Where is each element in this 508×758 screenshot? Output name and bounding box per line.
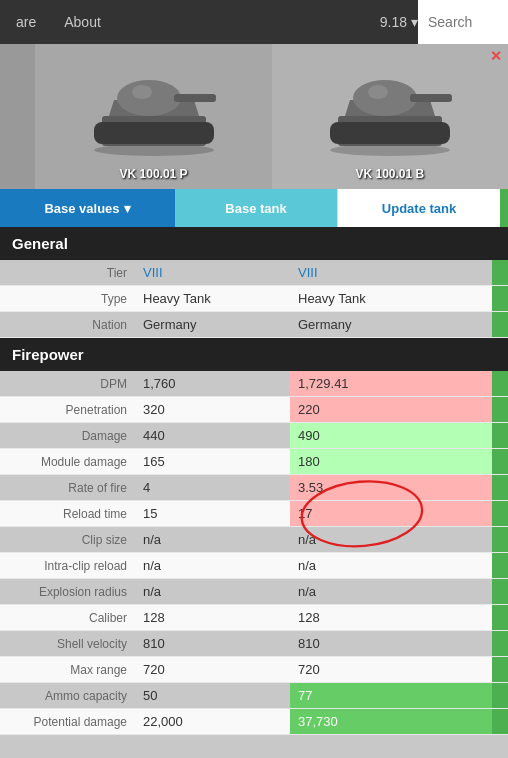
navbar: are About 9.18 ▾ bbox=[0, 0, 508, 44]
table-row: Nation Germany Germany bbox=[0, 312, 508, 338]
row-label: Tier bbox=[0, 260, 135, 286]
table-row: Caliber 128 128 bbox=[0, 605, 508, 631]
row-update-val: 128 bbox=[290, 605, 492, 631]
row-green-accent bbox=[492, 397, 508, 423]
row-base-val: 165 bbox=[135, 449, 290, 475]
tank-slot-left: VK 100.01 P bbox=[35, 44, 271, 189]
row-base-val: 720 bbox=[135, 657, 290, 683]
row-green-accent bbox=[492, 709, 508, 735]
stats-area: General Tier VIII VIII Type Heavy Tank H… bbox=[0, 227, 508, 735]
row-green-accent bbox=[492, 527, 508, 553]
row-base-val: n/a bbox=[135, 579, 290, 605]
row-base-val: 50 bbox=[135, 683, 290, 709]
row-update-val: 1,729.41 bbox=[290, 371, 492, 397]
table-row: Rate of fire 4 3.53 bbox=[0, 475, 508, 501]
table-row: Shell velocity 810 810 bbox=[0, 631, 508, 657]
row-update-val: n/a bbox=[290, 527, 492, 553]
tab-base-tank[interactable]: Base tank bbox=[175, 189, 337, 227]
tank-slot-right: ✕ VK 100.01 B bbox=[272, 44, 508, 189]
row-base-val: 320 bbox=[135, 397, 290, 423]
row-base-val: 22,000 bbox=[135, 709, 290, 735]
row-label: Intra-clip reload bbox=[0, 553, 135, 579]
row-base-val: 15 bbox=[135, 501, 290, 527]
row-update-val: Germany bbox=[290, 312, 492, 338]
nav-item-are[interactable]: are bbox=[10, 10, 42, 34]
nav-item-about[interactable]: About bbox=[58, 10, 107, 34]
row-update-val: 37,730 bbox=[290, 709, 492, 735]
row-label: Max range bbox=[0, 657, 135, 683]
row-green-accent bbox=[492, 312, 508, 338]
row-update-val: 77 bbox=[290, 683, 492, 709]
svg-rect-5 bbox=[174, 94, 216, 102]
row-green-accent bbox=[492, 683, 508, 709]
table-row: Ammo capacity 50 77 bbox=[0, 683, 508, 709]
table-row: Intra-clip reload n/a n/a bbox=[0, 553, 508, 579]
row-label: Ammo capacity bbox=[0, 683, 135, 709]
row-update-val: VIII bbox=[290, 260, 492, 286]
tank-name-right: VK 100.01 B bbox=[356, 167, 425, 181]
row-label: Nation bbox=[0, 312, 135, 338]
tabs-row: Base values ▾ Base tank Update tank bbox=[0, 189, 508, 227]
close-button-right[interactable]: ✕ bbox=[490, 48, 502, 64]
nav-version[interactable]: 9.18 ▾ bbox=[380, 14, 418, 30]
svg-rect-12 bbox=[410, 94, 452, 102]
tank-image-left bbox=[84, 68, 224, 163]
row-label: DPM bbox=[0, 371, 135, 397]
row-base-val: n/a bbox=[135, 527, 290, 553]
search-input[interactable] bbox=[418, 0, 508, 44]
row-label: Caliber bbox=[0, 605, 135, 631]
row-green-accent bbox=[492, 631, 508, 657]
row-label: Clip size bbox=[0, 527, 135, 553]
table-row: Module damage 165 180 bbox=[0, 449, 508, 475]
tank-comparison-area: VK 100.01 P ✕ VK 100.01 B bbox=[0, 44, 508, 189]
firepower-table: DPM 1,760 1,729.41 Penetration 320 220 D… bbox=[0, 371, 508, 735]
row-base-val: Heavy Tank bbox=[135, 286, 290, 312]
tab-base-values-chevron: ▾ bbox=[124, 201, 131, 216]
row-label: Explosion radius bbox=[0, 579, 135, 605]
row-green-accent bbox=[492, 475, 508, 501]
row-label: Module damage bbox=[0, 449, 135, 475]
row-update-val: 180 bbox=[290, 449, 492, 475]
svg-point-6 bbox=[132, 85, 152, 99]
row-green-accent bbox=[492, 657, 508, 683]
version-text: 9.18 bbox=[380, 14, 407, 30]
row-green-accent bbox=[492, 423, 508, 449]
table-row: DPM 1,760 1,729.41 bbox=[0, 371, 508, 397]
general-section-header: General bbox=[0, 227, 508, 260]
tab-update-tank-label: Update tank bbox=[382, 201, 456, 216]
row-base-val: 4 bbox=[135, 475, 290, 501]
row-green-accent bbox=[492, 286, 508, 312]
row-green-accent bbox=[492, 553, 508, 579]
left-padding bbox=[0, 44, 35, 189]
row-green-accent bbox=[492, 371, 508, 397]
row-label: Type bbox=[0, 286, 135, 312]
tab-base-values-label: Base values bbox=[44, 201, 119, 216]
version-dropdown-icon: ▾ bbox=[411, 14, 418, 30]
tank-svg-left bbox=[84, 68, 224, 163]
row-base-val: 128 bbox=[135, 605, 290, 631]
row-update-val: n/a bbox=[290, 553, 492, 579]
table-row: Reload time 15 17 bbox=[0, 501, 508, 527]
table-row: Tier VIII VIII bbox=[0, 260, 508, 286]
tab-update-tank[interactable]: Update tank bbox=[337, 189, 500, 227]
row-label: Potential damage bbox=[0, 709, 135, 735]
row-update-val: 17 bbox=[290, 501, 492, 527]
row-green-accent bbox=[492, 260, 508, 286]
row-green-accent bbox=[492, 605, 508, 631]
row-label: Damage bbox=[0, 423, 135, 449]
table-row: Penetration 320 220 bbox=[0, 397, 508, 423]
tank-name-left: VK 100.01 P bbox=[120, 167, 188, 181]
row-label: Penetration bbox=[0, 397, 135, 423]
nav-search[interactable] bbox=[418, 0, 508, 44]
table-row: Clip size n/a n/a bbox=[0, 527, 508, 553]
general-table: Tier VIII VIII Type Heavy Tank Heavy Tan… bbox=[0, 260, 508, 338]
svg-rect-9 bbox=[330, 122, 450, 144]
tab-base-values[interactable]: Base values ▾ bbox=[0, 189, 175, 227]
row-green-accent bbox=[492, 449, 508, 475]
row-update-val: 3.53 bbox=[290, 475, 492, 501]
row-label: Rate of fire bbox=[0, 475, 135, 501]
row-update-val: 720 bbox=[290, 657, 492, 683]
table-row: Max range 720 720 bbox=[0, 657, 508, 683]
row-base-val: VIII bbox=[135, 260, 290, 286]
row-base-val: 1,760 bbox=[135, 371, 290, 397]
